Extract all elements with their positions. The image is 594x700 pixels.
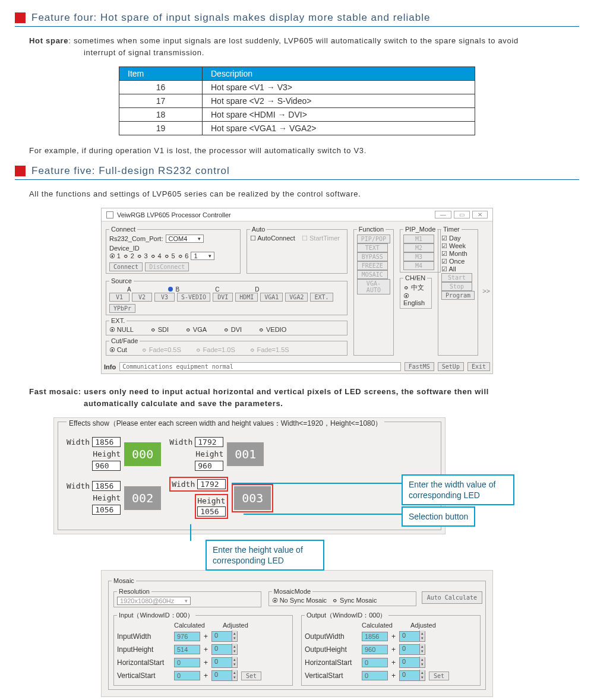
screen-select-002[interactable]: 002	[124, 486, 161, 510]
setup-button[interactable]: SetUp	[438, 362, 464, 371]
source-vga2[interactable]: VGA2	[285, 293, 308, 302]
mosaic-button[interactable]: MOSAIC	[357, 270, 388, 279]
feature4-title: Feature four: Hot spare of input signals…	[31, 12, 430, 24]
adj-spinner[interactable]: 0	[211, 631, 238, 642]
width-input[interactable]: 1856	[92, 437, 121, 447]
adj-spinner[interactable]: 0	[211, 644, 238, 655]
height-input[interactable]: 960	[92, 461, 121, 471]
ext-dvi[interactable]: DVI	[223, 326, 242, 333]
m3-button[interactable]: M3	[403, 252, 434, 261]
pippop-button[interactable]: PIP/POP	[357, 235, 390, 243]
cutfade-group: Cut/Fade Cut Fade=0.5S Fade=1.0S Fade=1.…	[106, 337, 347, 356]
com-port-select[interactable]: COM4	[166, 235, 204, 243]
timer-all[interactable]: All	[441, 265, 456, 273]
device-id-1[interactable]: 1	[109, 252, 121, 259]
timer-program[interactable]: Program	[441, 291, 475, 300]
nosync-radio[interactable]: No Sync Mosaic	[272, 597, 327, 604]
timer-month[interactable]: Month	[441, 250, 467, 257]
ext-vedio[interactable]: VEDIO	[258, 326, 286, 333]
outputheight-row: OutputHeight960 + 0	[305, 644, 477, 655]
disconnect-button[interactable]: DisConnect	[145, 262, 189, 271]
source-ext[interactable]: EXT.	[310, 293, 333, 302]
resolution-select[interactable]: 1920x1080@60Hz	[117, 597, 191, 605]
th-item: Item	[119, 67, 203, 81]
timer-start[interactable]: Start	[441, 273, 472, 282]
device-id-6[interactable]: 6	[178, 252, 189, 259]
height-input[interactable]: 1056	[197, 506, 226, 517]
device-id-3[interactable]: 3	[137, 252, 148, 259]
adj-spinner[interactable]: 0	[211, 657, 238, 668]
source-v3[interactable]: V3	[154, 293, 175, 302]
fade15-radio[interactable]: Fade=1.5S	[249, 346, 289, 353]
maximize-icon[interactable]: ▭	[454, 211, 470, 218]
ext-vga[interactable]: VGA	[185, 326, 207, 333]
device-id-4[interactable]: 4	[150, 252, 162, 259]
source-dvi[interactable]: DVI	[213, 293, 233, 302]
lang-en[interactable]: English	[403, 292, 425, 306]
source-hdmi[interactable]: HDMI	[235, 293, 258, 302]
source-v2[interactable]: V2	[132, 293, 152, 302]
controller-window: VeiwRGB LVP605 Processor Controller — ▭ …	[101, 208, 493, 374]
width-input[interactable]: 1792	[195, 437, 223, 447]
m1-button[interactable]: M1	[403, 235, 434, 243]
source-v1[interactable]: V1	[109, 293, 129, 302]
lang-cn[interactable]: 中文	[403, 284, 424, 291]
connect-button[interactable]: Connect	[109, 262, 143, 271]
cut-radio[interactable]: Cut	[109, 346, 127, 353]
screen-select-000[interactable]: 000	[124, 442, 161, 466]
feature5-intro: All the functions and settings of LVP605…	[29, 188, 579, 200]
expand-arrow-icon[interactable]: >>	[482, 287, 490, 294]
device-id-2[interactable]: 2	[123, 252, 134, 259]
adj-spinner[interactable]: 0	[399, 670, 425, 681]
device-id-label: Device_ID	[109, 245, 140, 252]
set-button[interactable]: Set	[241, 672, 261, 680]
output-group: Output（WindowID：000） CalculatedAdjusted …	[301, 611, 481, 686]
ext-sdi[interactable]: SDI	[150, 326, 169, 333]
vgaauto-button[interactable]: VGA-AUTO	[357, 279, 390, 294]
close-icon[interactable]: ✕	[472, 211, 488, 218]
autoconnect-check[interactable]: ☐ AutoConnect	[250, 235, 295, 242]
source-svedio[interactable]: S-VEDIO	[177, 293, 210, 302]
intro-rest: : sometimes when some input signals are …	[68, 36, 519, 45]
width-input[interactable]: 1792	[197, 479, 226, 489]
sync-radio[interactable]: Sync Mosaic	[332, 597, 377, 604]
source-ypbpr[interactable]: YPbPr	[109, 304, 135, 313]
ext-null[interactable]: NULL	[109, 326, 134, 333]
fade05-radio[interactable]: Fade=0.5S	[141, 346, 181, 353]
timer-day[interactable]: Day	[441, 235, 461, 242]
minimize-icon[interactable]: —	[435, 211, 451, 218]
freeze-button[interactable]: FREEZE	[357, 261, 388, 270]
table-row: 19Hot spare <VGA1 → VGA2>	[119, 122, 475, 135]
exit-button[interactable]: Exit	[467, 362, 490, 371]
fastms-button[interactable]: FastMS	[405, 362, 434, 371]
source-vga1[interactable]: VGA1	[260, 293, 283, 302]
feature5-header: Feature five: Full-design RS232 control	[15, 165, 579, 177]
screen-select-001[interactable]: 001	[227, 442, 264, 466]
adj-spinner[interactable]: 0	[211, 670, 238, 681]
width-input[interactable]: 1856	[92, 481, 121, 491]
device-id-5[interactable]: 5	[164, 252, 175, 259]
timer-stop[interactable]: Stop	[441, 282, 472, 291]
m2-button[interactable]: M2	[403, 243, 434, 252]
timer-once[interactable]: Once	[441, 258, 465, 265]
height-input[interactable]: 1056	[92, 505, 121, 515]
starttimer-check[interactable]: ☐ StartTimer	[302, 235, 340, 242]
height-input[interactable]: 960	[195, 461, 223, 471]
adj-spinner[interactable]: 0	[399, 631, 425, 642]
divider	[15, 26, 579, 27]
table-row: 16Hot spare <V1 → V3>	[119, 81, 475, 94]
bypass-button[interactable]: BYPASS	[357, 252, 388, 261]
m4-button[interactable]: M4	[403, 261, 434, 270]
device-id-combo[interactable]: 1	[191, 252, 214, 260]
adj-spinner[interactable]: 0	[399, 657, 425, 668]
vstart-row: VerticalStart0 + 0 Set	[305, 670, 477, 681]
timer-week[interactable]: Week	[441, 242, 466, 249]
autocalc-button[interactable]: Auto Calculate	[422, 591, 482, 604]
inputheight-row: InputHeight514 + 0	[117, 644, 289, 655]
screen-select-003[interactable]: 003	[234, 486, 271, 510]
fade10-radio[interactable]: Fade=1.0S	[195, 346, 235, 353]
connect-group: Connect Rs232_Com_Port:COM4 Device_ID 1 …	[106, 226, 241, 274]
set-button[interactable]: Set	[429, 672, 449, 680]
adj-spinner[interactable]: 0	[399, 644, 425, 655]
text-button[interactable]: TEXT	[357, 243, 388, 252]
